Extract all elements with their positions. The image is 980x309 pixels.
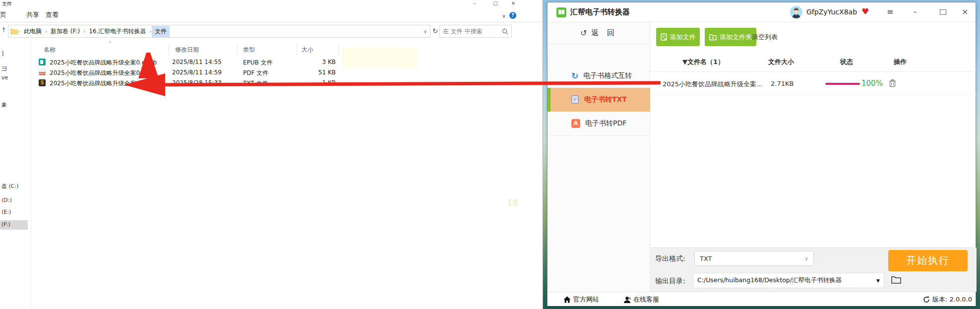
column-separator[interactable] <box>169 44 169 56</box>
active-indicator-bar <box>548 88 551 112</box>
progress-bar <box>825 83 860 85</box>
explorer-minimize-button[interactable]: – <box>467 0 482 7</box>
add-folder-icon <box>709 34 717 41</box>
back-label: 返 回 <box>591 28 617 38</box>
table-header-filename[interactable]: ▼文件名（1） <box>682 58 724 66</box>
document-icon <box>571 95 579 104</box>
vip-heart-icon[interactable]: ♥ <box>861 6 869 16</box>
clear-list-button[interactable]: 清空列表 <box>752 33 778 42</box>
file-name[interactable]: 2025小吃餐饮品牌战略升级全案0.epub <box>50 59 157 67</box>
breadcrumb-drive-f[interactable]: 新加卷 (F:) <box>48 26 83 37</box>
file-size: 3 KB <box>306 59 336 65</box>
app-title: 汇帮电子书转换器 <box>570 7 630 17</box>
sync-icon: ↻ <box>571 71 578 81</box>
breadcrumb[interactable]: › 此电脑 › 新加卷 (F:) › 16.汇帮电子书转换器 › 文件 ∨ <box>8 25 430 38</box>
file-type: EPUB 文件 <box>243 59 273 67</box>
breadcrumb-current[interactable]: 文件 <box>152 26 170 37</box>
nav-item-drive-c[interactable]: 盘 (C:) <box>1 183 18 190</box>
sidebar-item-label: 电子书转TXT <box>584 95 627 104</box>
app-close-button[interactable]: × <box>962 7 968 16</box>
file-size: 51 KB <box>306 69 336 76</box>
explorer-maximize-button[interactable]: ▢ <box>488 0 503 7</box>
nav-item-drive-d[interactable]: (D:) <box>1 197 12 203</box>
customer-service-icon <box>623 296 631 304</box>
official-website-label: 官方网站 <box>573 295 599 304</box>
app-menu-button[interactable]: ≡ <box>887 7 893 16</box>
tab-share[interactable]: 共享 <box>26 10 39 19</box>
nav-pane-divider <box>31 42 31 309</box>
online-support-link[interactable]: 在线客服 <box>623 295 659 304</box>
add-folder-button[interactable]: 添加文件夹 <box>705 28 756 46</box>
explorer-close-button[interactable]: × <box>506 0 521 7</box>
search-input[interactable]: 在 文件 中搜索 <box>439 25 512 38</box>
column-separator[interactable] <box>338 44 339 56</box>
output-dir-label: 输出目录: <box>655 277 685 286</box>
file-date: 2025/8/11 14:59 <box>172 69 222 76</box>
tab-home-partial[interactable]: 页 <box>0 10 6 19</box>
ribbon-collapse-icon[interactable]: ∨ <box>502 13 506 19</box>
file-row[interactable]: 2025小吃餐饮品牌战略升级全案0.pdf 2025/8/11 14:59 PD… <box>39 69 46 76</box>
breadcrumb-folder[interactable]: 16.汇帮电子书转换器 <box>86 26 149 37</box>
version-info: 版本: 2.0.0.0 <box>923 295 972 304</box>
app-sidebar <box>548 22 650 292</box>
file-row[interactable]: 2025小吃餐饮品牌战略升级全案0.epub 2025/8/11 14:55 E… <box>39 59 46 65</box>
table-header-action: 操作 <box>894 58 907 66</box>
pdf-file-icon <box>39 69 46 76</box>
table-header-status: 状态 <box>840 58 853 66</box>
back-button[interactable]: ↺ 返 回 <box>548 22 650 44</box>
delete-trash-icon[interactable] <box>889 79 896 87</box>
row-divider <box>650 95 977 95</box>
breadcrumb-this-pc[interactable]: 此电脑 <box>21 26 45 37</box>
table-header-divider <box>650 71 977 72</box>
sidebar-item-ebook-to-pdf[interactable]: A 电子书转PDF <box>548 112 650 135</box>
converter-app-window: 汇帮电子书转换器 GfpZyYucX8ab ♥ ≡ – × ↺ 返 回 <box>547 2 976 306</box>
nav-item-fragment[interactable]: ve <box>1 74 8 81</box>
start-button[interactable]: 开始执行 <box>888 250 968 271</box>
help-icon[interactable]: ? <box>509 12 516 19</box>
desktop: 文件 – ▢ × 页 共享 查看 ∨ ? ↑ › 此电脑 › 新加卷 (F:) … <box>0 0 980 309</box>
online-support-label: 在线客服 <box>633 295 659 304</box>
address-dropdown-icon[interactable]: ∨ <box>424 29 430 34</box>
nav-item-fragment[interactable]: ] <box>1 50 3 57</box>
watermark-fragment: 18 <box>507 197 518 208</box>
home-icon <box>563 296 571 303</box>
up-arrow-icon[interactable]: ↑ <box>1 26 6 34</box>
file-size: 1 KB <box>306 79 336 86</box>
epub-file-icon <box>39 59 46 65</box>
column-header-date[interactable]: 修改日期 <box>175 46 199 54</box>
sidebar-item-ebook-to-txt[interactable]: 电子书转TXT <box>548 88 650 112</box>
file-name[interactable]: 2025小吃餐饮品牌战略升级全案0.pdf <box>50 69 151 77</box>
nav-item-fragment[interactable]: 象 <box>1 101 7 109</box>
add-file-button[interactable]: 添加文件 <box>656 28 700 46</box>
nav-item-fragment[interactable]: 彐 <box>1 65 7 72</box>
official-website-link[interactable]: 官方网站 <box>563 295 599 304</box>
column-separator[interactable] <box>297 44 297 56</box>
refresh-icon[interactable]: ↻ <box>432 27 438 35</box>
file-type: TXT 文件 <box>243 79 268 88</box>
account-username[interactable]: GfpZyYucX8ab <box>806 8 857 16</box>
explorer-titlebar[interactable]: 文件 – ▢ × <box>0 0 543 7</box>
column-header-size[interactable]: 大小 <box>302 46 313 54</box>
nav-item-drive-e[interactable]: (E:) <box>1 209 11 215</box>
sidebar-item-label: 电子书格式互转 <box>583 71 632 80</box>
browse-folder-icon[interactable] <box>891 276 901 284</box>
chevron-down-icon: ∨ <box>804 255 808 262</box>
export-format-label: 导出格式: <box>655 254 685 263</box>
column-separator[interactable] <box>237 44 238 56</box>
sidebar-item-format-convert[interactable]: ↻ 电子书格式互转 <box>548 64 650 88</box>
app-titlebar[interactable]: 汇帮电子书转换器 GfpZyYucX8ab ♥ ≡ – × <box>548 2 976 22</box>
nav-item-drive-f[interactable]: (F:) <box>1 221 10 228</box>
column-header-type[interactable]: 类型 <box>243 46 255 54</box>
tab-view[interactable]: 查看 <box>46 10 59 19</box>
sort-caret-icon: ˆ <box>109 42 112 47</box>
export-format-select[interactable]: TXT ∨ <box>694 251 814 266</box>
output-dir-select[interactable]: C:/Users/huibang168/Desktop/汇帮电子书转换器 ▼ <box>693 273 884 288</box>
column-header-name[interactable]: 名称 <box>44 46 56 54</box>
app-maximize-button[interactable] <box>940 9 946 15</box>
file-name[interactable]: 2025小吃餐饮品牌战略升级全案0.txt <box>50 79 150 88</box>
sidebar-item-label: 电子书转PDF <box>585 119 626 128</box>
file-date: 2025/8/11 14:55 <box>172 59 222 65</box>
avatar[interactable] <box>790 6 802 18</box>
caret-down-icon: ▼ <box>874 278 880 283</box>
app-minimize-button[interactable]: – <box>913 7 917 16</box>
